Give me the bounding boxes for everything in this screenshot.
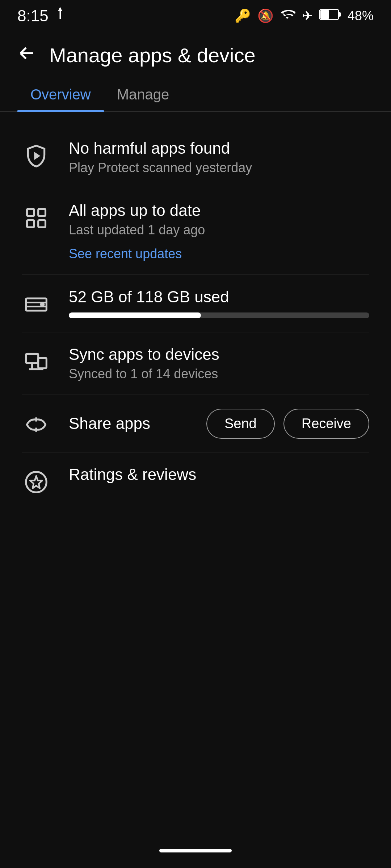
sync-apps-title: Sync apps to devices	[69, 345, 369, 363]
apps-grid-icon	[22, 204, 51, 233]
home-indicator	[159, 849, 232, 852]
play-protect-item: No harmful apps found Play Protect scann…	[0, 126, 391, 188]
see-recent-updates-link[interactable]: See recent updates	[69, 246, 182, 261]
storage-title: 52 GB of 118 GB used	[69, 288, 369, 306]
share-apps-content: Share apps Send Receive	[69, 409, 369, 439]
battery-indicator	[319, 8, 341, 24]
svg-marker-2	[58, 7, 62, 11]
receive-button[interactable]: Receive	[283, 409, 369, 439]
share-apps-buttons: Send Receive	[206, 409, 369, 439]
svg-rect-15	[26, 354, 38, 363]
sync-apps-content: Sync apps to devices Synced to 1 of 14 d…	[69, 345, 369, 382]
svg-rect-10	[38, 220, 46, 227]
tab-overview[interactable]: Overview	[17, 78, 104, 111]
storage-bar-fill	[69, 312, 201, 318]
svg-rect-4	[339, 12, 341, 17]
page-header: Manage apps & device	[0, 29, 391, 78]
status-right: 🔑 🔕 ✈ 48%	[235, 7, 374, 25]
storage-item[interactable]: 52 GB of 118 GB used	[0, 275, 391, 332]
play-protect-title: No harmful apps found	[69, 139, 369, 157]
send-button[interactable]: Send	[206, 409, 275, 439]
back-button[interactable]	[17, 44, 36, 67]
share-apps-item: Share apps Send Receive	[0, 395, 391, 452]
svg-point-24	[26, 472, 47, 493]
bottom-nav-bar	[0, 839, 391, 868]
svg-point-14	[41, 303, 43, 306]
status-bar: 8:15 🔑 🔕 ✈ 48%	[0, 0, 391, 29]
notifications-muted-icon: 🔕	[257, 8, 274, 24]
svg-marker-25	[30, 476, 42, 488]
updates-subtitle: Last updated 1 day ago	[69, 222, 369, 238]
status-time: 8:15	[17, 7, 49, 25]
battery-percent: 48%	[348, 8, 374, 24]
status-left: 8:15	[17, 7, 67, 26]
star-circle-icon	[22, 468, 51, 497]
sync-devices-icon	[22, 348, 51, 376]
svg-rect-5	[320, 10, 329, 19]
sync-apps-subtitle: Synced to 1 of 14 devices	[69, 366, 369, 382]
share-apps-icon	[22, 410, 51, 439]
ratings-reviews-item[interactable]: Ratings & reviews	[0, 452, 391, 510]
svg-rect-8	[38, 209, 46, 216]
overview-content: No harmful apps found Play Protect scann…	[0, 112, 391, 524]
storage-bar	[69, 312, 369, 318]
sync-apps-item[interactable]: Sync apps to devices Synced to 1 of 14 d…	[0, 332, 391, 395]
svg-rect-7	[27, 209, 34, 216]
storage-content: 52 GB of 118 GB used	[69, 288, 369, 318]
page-title: Manage apps & device	[49, 43, 256, 67]
play-protect-content: No harmful apps found Play Protect scann…	[69, 139, 369, 175]
svg-rect-16	[38, 358, 47, 368]
play-protect-subtitle: Play Protect scanned yesterday	[69, 160, 369, 175]
updates-content: All apps up to date Last updated 1 day a…	[69, 201, 369, 261]
tabs-container: Overview Manage	[0, 78, 391, 112]
updates-item: All apps up to date Last updated 1 day a…	[0, 188, 391, 275]
ratings-reviews-title: Ratings & reviews	[69, 465, 369, 484]
signal-icon	[54, 7, 67, 26]
storage-icon	[22, 290, 51, 319]
key-icon: 🔑	[235, 8, 251, 24]
tab-manage[interactable]: Manage	[104, 78, 182, 111]
svg-rect-9	[27, 220, 34, 227]
shield-icon	[22, 141, 51, 170]
updates-title: All apps up to date	[69, 201, 369, 220]
airplane-mode-icon: ✈	[302, 8, 313, 24]
svg-marker-6	[34, 152, 40, 160]
wifi-icon	[280, 7, 295, 25]
ratings-reviews-content: Ratings & reviews	[69, 465, 369, 486]
share-apps-title: Share apps	[69, 414, 206, 433]
